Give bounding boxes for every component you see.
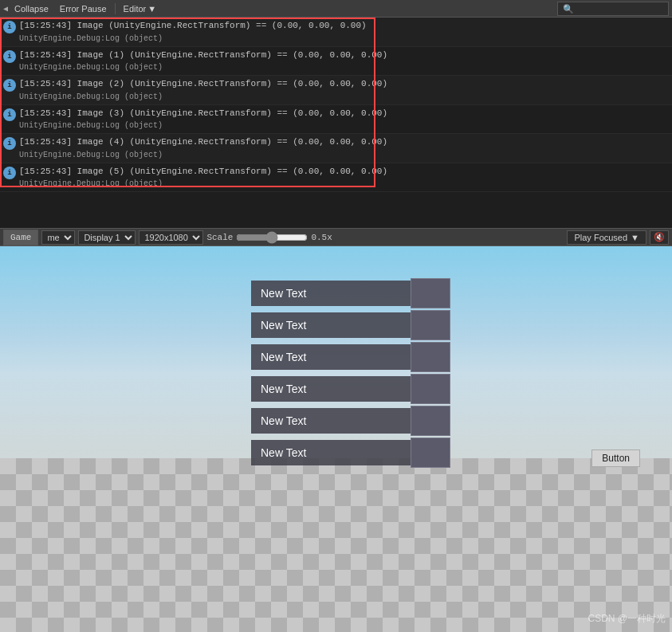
ui-item-2: New Text — [251, 342, 534, 372]
game-ui-layer: New Text New Text New Text New Text New … — [0, 246, 672, 632]
log-text-1: [15:25:43] Image (1) (UnityEngine.RectTr… — [19, 49, 669, 74]
console-toolbar: ◀ Collapse Error Pause Editor ▼ — [0, 0, 672, 18]
editor-label: Editor — [124, 4, 147, 14]
search-input[interactable] — [557, 2, 669, 16]
ui-text-label-0: New Text — [251, 281, 411, 306]
ui-text-label-5: New Text — [251, 440, 411, 465]
game-ui-button[interactable]: Button — [591, 449, 640, 467]
log-text-0: [15:25:43] Image (UnityEngine.RectTransf… — [19, 19, 669, 45]
play-focused-label: Play Focused — [574, 233, 627, 242]
editor-arrow-icon: ▼ — [147, 4, 156, 14]
log-icon-0: i — [3, 21, 16, 33]
log-icon-1: i — [3, 50, 16, 63]
log-text-4: [15:25:43] Image (4) (UnityEngine.RectTr… — [19, 135, 669, 161]
ui-item-3: New Text — [251, 374, 534, 404]
ui-text-label-1: New Text — [251, 312, 411, 338]
display-select[interactable]: Display 1 — [78, 230, 136, 245]
play-focused-button[interactable]: Play Focused ▼ — [567, 230, 646, 245]
scale-value: 0.5x — [311, 233, 335, 242]
ui-text-label-4: New Text — [251, 408, 411, 434]
log-entry-2[interactable]: i [15:25:43] Image (2) (UnityEngine.Rect… — [0, 76, 672, 105]
ui-image-box-0 — [411, 278, 450, 308]
log-entry-5[interactable]: i [15:25:43] Image (5) (UnityEngine.Rect… — [0, 163, 672, 193]
resolution-select[interactable]: 1920x1080 — [139, 230, 203, 245]
game-tab[interactable]: Game — [3, 230, 38, 245]
ui-item-0: New Text — [251, 278, 534, 308]
log-icon-2: i — [3, 79, 16, 92]
log-text-3: [15:25:43] Image (3) (UnityEngine.RectTr… — [19, 107, 669, 132]
log-icon-4: i — [3, 137, 16, 150]
log-entry-1[interactable]: i [15:25:43] Image (1) (UnityEngine.Rect… — [0, 47, 672, 77]
log-icon-3: i — [3, 108, 16, 121]
log-entry-3[interactable]: i [15:25:43] Image (3) (UnityEngine.Rect… — [0, 105, 672, 135]
ui-item-1: New Text — [251, 310, 534, 340]
console-panel[interactable]: i [15:25:43] Image (UnityEngine.RectTran… — [0, 18, 672, 229]
ui-text-label-2: New Text — [251, 344, 411, 370]
game-toolbar: Game me Display 1 1920x1080 Scale 0.5x P… — [0, 229, 672, 246]
aspect-select[interactable]: me — [41, 230, 75, 245]
ui-image-box-3 — [411, 374, 450, 404]
ui-image-box-4 — [411, 406, 450, 436]
play-focused-arrow-icon: ▼ — [631, 233, 639, 242]
ui-text-label-3: New Text — [251, 376, 411, 402]
mute-button[interactable]: 🔇 — [650, 230, 669, 245]
scale-slider[interactable] — [236, 232, 308, 243]
scale-label: Scale — [206, 233, 233, 242]
log-entry-0[interactable]: i [15:25:43] Image (UnityEngine.RectTran… — [0, 18, 672, 47]
ui-item-4: New Text — [251, 406, 534, 436]
ui-item-5: New Text — [251, 438, 534, 468]
log-entry-4[interactable]: i [15:25:43] Image (4) (UnityEngine.Rect… — [0, 134, 672, 163]
ui-image-box-2 — [411, 342, 450, 372]
log-icon-5: i — [3, 167, 16, 179]
separator — [115, 3, 116, 14]
ui-image-box-5 — [411, 438, 450, 468]
log-text-2: [15:25:43] Image (2) (UnityEngine.RectTr… — [19, 77, 669, 103]
error-pause-button[interactable]: Error Pause — [55, 1, 112, 17]
log-text-5: [15:25:43] Image (5) (UnityEngine.RectTr… — [19, 165, 669, 190]
editor-button[interactable]: Editor ▼ — [119, 1, 162, 17]
ui-panel: New Text New Text New Text New Text New … — [251, 278, 534, 469]
game-view: New Text New Text New Text New Text New … — [0, 246, 672, 632]
arrow-left-icon: ◀ — [3, 4, 8, 14]
collapse-button[interactable]: Collapse — [10, 1, 53, 17]
watermark: CSDN @一种时光 — [588, 612, 666, 626]
ui-image-box-1 — [411, 310, 450, 340]
